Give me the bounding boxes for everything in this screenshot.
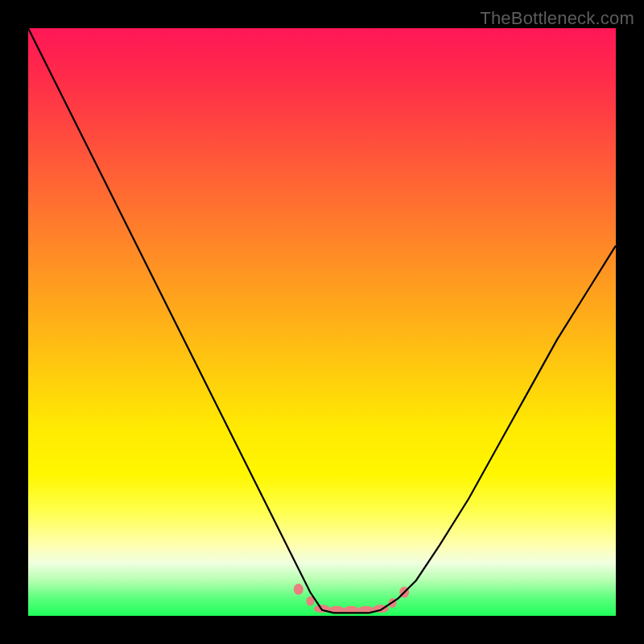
chart-frame: TheBottleneck.com (0, 0, 644, 644)
bottleneck-curve (28, 28, 616, 613)
watermark-text: TheBottleneck.com (480, 8, 634, 29)
plot-area (28, 28, 616, 616)
highlight-markers (294, 584, 409, 614)
highlight-blob (294, 584, 303, 595)
chart-svg (28, 28, 616, 616)
